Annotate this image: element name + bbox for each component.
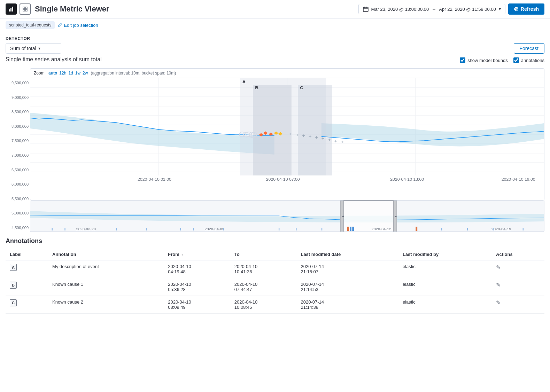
annotation-label-a-chart: A (242, 80, 246, 84)
plus-marker-2: + (296, 133, 299, 137)
job-tag: scripted_total-requests (6, 21, 55, 29)
zoom-1d[interactable]: 1d (68, 71, 73, 76)
annotation-badge-a: A (10, 264, 17, 271)
plus-marker-3: + (302, 133, 305, 138)
y-label-5: 7,000,000 (6, 153, 29, 157)
edit-action-b[interactable]: ✎ (496, 282, 501, 288)
edit-job-link[interactable]: Edit job selection (57, 23, 98, 28)
toolbar: scripted_total-requests Edit job selecti… (0, 18, 550, 32)
row-c-modified-by: elastic (398, 296, 492, 314)
zoom-label: Zoom: (34, 71, 46, 76)
row-a-modified-by: elastic (398, 260, 492, 278)
mini-x-label-2: 2020-04-05 (204, 227, 224, 231)
annotations-table-header: Label Annotation From ↑ To Last modified… (6, 249, 544, 260)
mini-annotation-orange-2 (416, 227, 417, 231)
y-label-0: 9,500,000 (6, 81, 29, 85)
show-model-bounds-checkbox[interactable] (460, 57, 465, 63)
y-label-6: 6,500,000 (6, 168, 29, 172)
zoom-auto[interactable]: auto (48, 71, 57, 76)
svg-rect-1 (10, 8, 11, 11)
sort-icon-from[interactable]: ↑ (181, 252, 183, 257)
row-b-label: B (6, 278, 48, 296)
detector-select[interactable]: Sum of total ▾ (6, 43, 61, 54)
calendar-icon (363, 6, 369, 12)
plus-marker-4: + (309, 134, 312, 139)
y-axis: 9,500,000 9,000,000 8,500,000 8,000,000 … (6, 68, 30, 232)
x-label-3: 2020-04-10 13:00 (390, 178, 424, 181)
zoom-2w[interactable]: 2w (83, 71, 88, 76)
x-label-4: 2020-04-10 19:00 (502, 178, 535, 181)
refresh-button[interactable]: Refresh (508, 3, 544, 15)
row-a-to: 2020-04-10 10:41:36 (230, 260, 297, 278)
mini-chart: ◄ ► 2020-03-29 2020-04-05 2020-04-12 202… (30, 201, 544, 232)
row-c-to: 2020-04-10 10:08:45 (230, 296, 297, 314)
row-b-actions: ✎ (492, 278, 544, 296)
mini-tick-4 (146, 228, 147, 230)
show-model-bounds-toggle[interactable]: show model bounds (460, 57, 508, 63)
annotation-region-c (298, 85, 332, 175)
svg-rect-6 (25, 9, 27, 11)
plus-marker-1: + (289, 132, 293, 136)
row-a-annotation: My description of event (48, 260, 164, 278)
grid-icon[interactable] (20, 3, 31, 15)
date-arrow: → (432, 7, 436, 12)
detector-row: Sum of total ▾ Forecast (6, 43, 544, 54)
zoom-interval: (aggregation interval: 10m, bucket span:… (91, 71, 176, 76)
x-label-1: 2020-04-10 01:00 (138, 178, 171, 181)
chevron-down-icon: ▾ (499, 7, 501, 11)
row-a-label: A (6, 260, 48, 278)
mini-tick-6 (193, 228, 194, 230)
row-c-annotation: Known cause 2 (48, 296, 164, 314)
date-from: Mar 23, 2020 @ 13:00:00.00 (371, 7, 429, 12)
model-bounds-right (322, 123, 544, 146)
row-a-actions: ✎ (492, 260, 544, 278)
row-c-modified-date: 2020-07-14 21:14:38 (296, 296, 398, 314)
zoom-1w[interactable]: 1w (75, 71, 80, 76)
zoom-12h[interactable]: 12h (59, 71, 66, 76)
app-icons (6, 3, 31, 15)
row-b-modified-by: elastic (398, 278, 492, 296)
annotation-badge-b: B (10, 282, 17, 289)
mini-x-label-3: 2020-04-12 (372, 227, 392, 231)
y-label-7: 6,000,000 (6, 182, 29, 186)
mini-annotation-orange-1 (347, 227, 349, 231)
mini-x-label-1: 2020-03-29 (76, 227, 96, 231)
y-label-8: 5,500,000 (6, 197, 29, 201)
chart-area: 9,500,000 9,000,000 8,500,000 8,000,000 … (6, 68, 544, 232)
annotations-checkbox[interactable] (513, 57, 519, 63)
svg-rect-3 (23, 7, 25, 9)
mini-tick-13 (493, 228, 494, 230)
model-bounds-left (30, 113, 274, 155)
row-b-to: 2020-04-10 07:44:47 (230, 278, 297, 296)
chart-icon (6, 3, 17, 15)
y-label-9: 5,000,000 (6, 211, 29, 215)
row-b-modified-date: 2020-07-14 21:14:53 (296, 278, 398, 296)
main-chart-svg: A B C + + + (30, 78, 544, 182)
annotation-label-c-chart: C (300, 86, 303, 90)
row-b-from: 2020-04-10 05:36:28 (164, 278, 230, 296)
col-annotation: Annotation (48, 249, 164, 260)
date-range-picker[interactable]: Mar 23, 2020 @ 13:00:00.00 → Apr 22, 202… (358, 4, 505, 14)
annotation-label-b-chart: B (255, 86, 258, 90)
svg-rect-5 (23, 9, 25, 11)
edit-action-c[interactable]: ✎ (496, 300, 501, 306)
svg-rect-4 (25, 7, 27, 9)
mini-tick-1 (52, 228, 52, 230)
y-label-10: 4,500,000 (6, 226, 29, 230)
mini-tick-10 (322, 228, 322, 230)
row-c-actions: ✎ (492, 296, 544, 314)
y-label-3: 8,000,000 (6, 124, 29, 128)
detector-label: Detector (6, 36, 544, 41)
chart-title: Single time series analysis of sum total (6, 56, 102, 63)
x-label-2: 2020-04-10 07:00 (266, 178, 300, 181)
mini-annotation-blue-1 (350, 227, 351, 231)
annotations-table: Label Annotation From ↑ To Last modified… (6, 249, 544, 314)
svg-rect-7 (363, 7, 368, 11)
annotations-toggle[interactable]: annotations (513, 57, 544, 63)
page-title: Single Metric Viewer (35, 5, 358, 14)
forecast-button[interactable]: Forecast (514, 43, 544, 54)
edit-action-a[interactable]: ✎ (496, 264, 501, 270)
plus-marker-9: + (341, 140, 344, 144)
zoom-bar: Zoom: auto 12h 1d 1w 2w (aggregation int… (30, 69, 544, 78)
table-row: B Known cause 1 2020-04-10 05:36:28 2020… (6, 278, 544, 296)
